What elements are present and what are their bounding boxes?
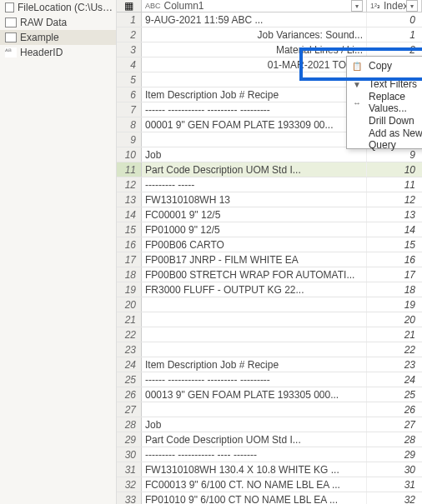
cell-index[interactable]: 13 bbox=[367, 207, 422, 222]
table-row[interactable]: 32 FC00013 9" 6/100 CT. NO NAME LBL EA .… bbox=[117, 477, 422, 492]
cell-index[interactable]: 10 bbox=[367, 162, 422, 177]
cell-index[interactable]: 27 bbox=[367, 417, 422, 432]
row-number[interactable]: 23 bbox=[117, 342, 142, 357]
row-number[interactable]: 30 bbox=[117, 447, 142, 462]
row-number[interactable]: 24 bbox=[117, 357, 142, 372]
cell-column1[interactable]: ------ ----------- --------- --------- bbox=[142, 102, 367, 117]
cell-column1[interactable]: FP00B00 STRETCH WRAP FOR AUTOMATI... bbox=[142, 267, 367, 282]
query-rawdata[interactable]: RAW Data bbox=[0, 15, 116, 30]
row-number[interactable]: 25 bbox=[117, 372, 142, 387]
filter-dropdown[interactable]: ▾ bbox=[406, 0, 418, 12]
cell-column1[interactable]: Job bbox=[142, 417, 367, 432]
table-row[interactable]: 2019 bbox=[117, 297, 422, 312]
cell-column1[interactable]: 00001 9" GEN FOAM PLATE 193309 00... bbox=[142, 117, 367, 132]
cell-index[interactable]: 22 bbox=[367, 342, 422, 357]
cell-column1[interactable]: --------- ----------- ---- ------- bbox=[142, 447, 367, 462]
cell-column1[interactable]: FR3000 FLUFF - OUTPUT KG 22... bbox=[142, 282, 367, 297]
cell-index[interactable]: 26 bbox=[367, 402, 422, 417]
row-number[interactable]: 33 bbox=[117, 492, 142, 504]
cell-index[interactable]: 11 bbox=[367, 177, 422, 192]
row-number[interactable]: 31 bbox=[117, 462, 142, 477]
table-row[interactable]: 2322 bbox=[117, 342, 422, 357]
cell-column1[interactable]: FW1310108WH 130.4 X 10.8 WHITE KG ... bbox=[142, 462, 367, 477]
row-number[interactable]: 28 bbox=[117, 417, 142, 432]
cell-column1[interactable] bbox=[142, 312, 367, 327]
row-number[interactable]: 4 bbox=[117, 57, 142, 72]
table-row[interactable]: 12 --------- -----11 bbox=[117, 177, 422, 192]
row-number[interactable]: 7 bbox=[117, 102, 142, 117]
cell-column1[interactable] bbox=[142, 402, 367, 417]
row-number[interactable]: 6 bbox=[117, 87, 142, 102]
query-example[interactable]: Example bbox=[0, 30, 116, 45]
query-headerid[interactable]: ᴬᴮ HeaderID bbox=[0, 45, 116, 60]
row-number[interactable]: 1 bbox=[117, 12, 142, 27]
cell-index[interactable]: 23 bbox=[367, 357, 422, 372]
cell-index[interactable]: 21 bbox=[367, 327, 422, 342]
cell-index[interactable]: 17 bbox=[367, 267, 422, 282]
cell-index[interactable]: 31 bbox=[367, 477, 422, 492]
query-filelocation[interactable]: FileLocation (C:\Users\lisde... bbox=[0, 0, 116, 15]
row-number[interactable]: 29 bbox=[117, 432, 142, 447]
table-row[interactable]: 24Item Description Job # Recipe23 bbox=[117, 357, 422, 372]
cell-column1[interactable]: Part Code Description UOM Std I... bbox=[142, 162, 367, 177]
table-row[interactable]: 2120 bbox=[117, 312, 422, 327]
filter-dropdown[interactable]: ▾ bbox=[351, 0, 363, 12]
cell-column1[interactable]: FC00013 9" 6/100 CT. NO NAME LBL EA ... bbox=[142, 477, 367, 492]
table-row[interactable]: 11 Part Code Description UOM Std I...10 bbox=[117, 162, 422, 177]
row-number[interactable]: 8 bbox=[117, 117, 142, 132]
row-number[interactable]: 18 bbox=[117, 267, 142, 282]
cell-column1[interactable]: FP00B17 JNRP - FILM WHITE EA bbox=[142, 252, 367, 267]
cell-column1[interactable]: ------ ----------- --------- --------- bbox=[142, 372, 367, 387]
table-row[interactable]: 30 --------- ----------- ---- -------29 bbox=[117, 447, 422, 462]
table-row[interactable]: 2726 bbox=[117, 402, 422, 417]
cell-index[interactable]: 1 bbox=[367, 27, 422, 42]
row-number[interactable]: 3 bbox=[117, 42, 142, 57]
cell-column1[interactable] bbox=[142, 342, 367, 357]
cell-column1[interactable]: Job Variances: Sound... bbox=[142, 27, 367, 42]
cell-column1[interactable]: FC00001 9" 12/5 bbox=[142, 207, 367, 222]
row-number[interactable]: 13 bbox=[117, 192, 142, 207]
cell-column1[interactable]: Item Description Job # Recipe bbox=[142, 357, 367, 372]
table-row[interactable]: 19-AUG-2021 11:59 ABC ...0 bbox=[117, 12, 422, 27]
row-header-corner[interactable]: ▦ bbox=[117, 0, 142, 12]
table-row[interactable]: 2 Job Variances: Sound...1 bbox=[117, 27, 422, 42]
row-number[interactable]: 19 bbox=[117, 282, 142, 297]
cell-column1[interactable]: FP00B06 CARTO bbox=[142, 237, 367, 252]
cell-index[interactable]: 24 bbox=[367, 372, 422, 387]
cell-index[interactable]: 25 bbox=[367, 387, 422, 402]
cell-index[interactable]: 12 bbox=[367, 192, 422, 207]
table-row[interactable]: 14 FC00001 9" 12/513 bbox=[117, 207, 422, 222]
table-row[interactable]: 17 FP00B17 JNRP - FILM WHITE EA16 bbox=[117, 252, 422, 267]
cell-column1[interactable] bbox=[142, 72, 367, 87]
cell-index[interactable]: 30 bbox=[367, 462, 422, 477]
cell-column1[interactable]: FP01010 9" 6/100 CT NO NAME LBL EA ... bbox=[142, 492, 367, 504]
row-number[interactable]: 11 bbox=[117, 162, 142, 177]
cell-column1[interactable]: 01-MAR-2021 TO 3... bbox=[142, 57, 367, 72]
cell-index[interactable]: 14 bbox=[367, 222, 422, 237]
table-row[interactable]: 2600013 9" GEN FOAM PLATE 193305 000...2… bbox=[117, 387, 422, 402]
row-number[interactable]: 12 bbox=[117, 177, 142, 192]
cell-index[interactable]: 19 bbox=[367, 297, 422, 312]
cell-column1[interactable]: Item Description Job # Recipe bbox=[142, 87, 367, 102]
row-number[interactable]: 15 bbox=[117, 222, 142, 237]
table-row[interactable]: 33 FP01010 9" 6/100 CT NO NAME LBL EA ..… bbox=[117, 492, 422, 504]
ctx-add-new-query[interactable]: Add as New Query bbox=[347, 130, 422, 148]
column-header-column1[interactable]: ABC Column1 ▾ bbox=[142, 0, 367, 12]
cell-index[interactable]: 29 bbox=[367, 447, 422, 462]
row-number[interactable]: 17 bbox=[117, 252, 142, 267]
row-number[interactable]: 14 bbox=[117, 207, 142, 222]
column-header-index[interactable]: 1²₃ Index ▾ bbox=[367, 0, 422, 12]
row-number[interactable]: 16 bbox=[117, 237, 142, 252]
table-row[interactable]: 16 FP00B06 CARTO15 bbox=[117, 237, 422, 252]
row-number[interactable]: 26 bbox=[117, 387, 142, 402]
table-row[interactable]: 28 Job27 bbox=[117, 417, 422, 432]
cell-column1[interactable]: Job bbox=[142, 147, 367, 162]
row-number[interactable]: 10 bbox=[117, 147, 142, 162]
cell-index[interactable]: 2 bbox=[367, 42, 422, 57]
cell-column1[interactable] bbox=[142, 297, 367, 312]
cell-index[interactable]: 32 bbox=[367, 492, 422, 504]
ctx-replace-values[interactable]: ↔ Replace Values... bbox=[347, 93, 422, 112]
row-number[interactable]: 5 bbox=[117, 72, 142, 87]
cell-index[interactable]: 18 bbox=[367, 282, 422, 297]
table-row[interactable]: 13 FW1310108WH 1312 bbox=[117, 192, 422, 207]
